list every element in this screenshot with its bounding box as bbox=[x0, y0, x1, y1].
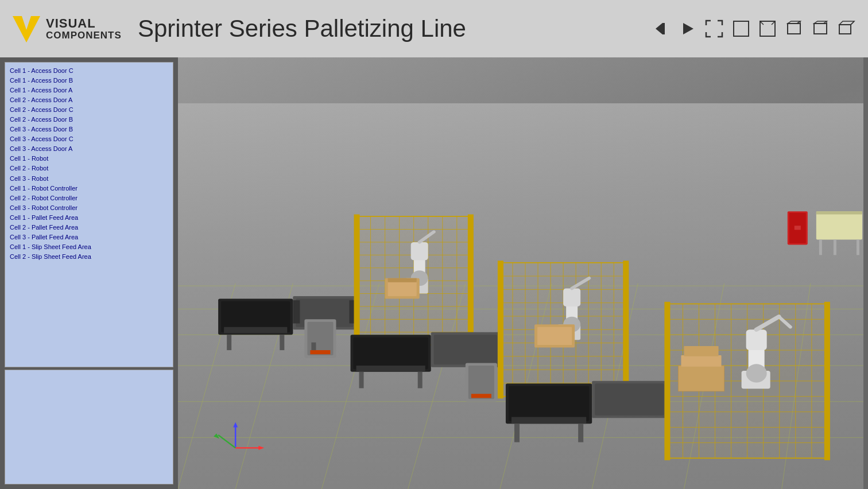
logo-text: VISUAL COMPONENTS bbox=[46, 17, 122, 41]
svg-rect-75 bbox=[418, 372, 423, 389]
svg-rect-102 bbox=[563, 289, 580, 306]
view-left-button[interactable] bbox=[784, 19, 804, 38]
svg-marker-164 bbox=[258, 446, 264, 450]
list-item[interactable]: Cell 1 - Pallet Feed Area bbox=[10, 213, 168, 223]
svg-rect-12 bbox=[814, 24, 827, 34]
svg-point-141 bbox=[746, 364, 767, 382]
svg-rect-38 bbox=[280, 335, 284, 350]
list-item[interactable]: Cell 2 - Pallet Feed Area bbox=[10, 223, 168, 232]
svg-rect-142 bbox=[678, 366, 724, 391]
logo-icon bbox=[11, 14, 41, 44]
view-top-button[interactable] bbox=[758, 19, 777, 38]
svg-rect-152 bbox=[471, 394, 491, 398]
3d-viewport[interactable] bbox=[178, 57, 868, 489]
toolbar-icons bbox=[653, 18, 857, 39]
list-item[interactable]: Cell 3 - Access Door A bbox=[10, 144, 168, 154]
svg-marker-1 bbox=[656, 23, 662, 34]
svg-rect-41 bbox=[293, 300, 300, 323]
svg-rect-160 bbox=[834, 239, 836, 255]
svg-rect-134 bbox=[664, 302, 670, 460]
svg-rect-69 bbox=[388, 281, 417, 296]
fullscreen-button[interactable] bbox=[704, 18, 724, 39]
list-item[interactable]: Cell 3 - Access Door C bbox=[10, 134, 168, 144]
list-item[interactable]: Cell 3 - Robot bbox=[10, 174, 168, 184]
view-front-button[interactable] bbox=[731, 19, 751, 38]
svg-rect-62 bbox=[468, 215, 474, 347]
svg-rect-156 bbox=[816, 211, 862, 239]
svg-rect-144 bbox=[681, 355, 721, 367]
list-item[interactable]: Cell 1 - Access Door C bbox=[10, 66, 168, 76]
svg-rect-65 bbox=[411, 242, 428, 260]
right-border bbox=[863, 57, 868, 489]
svg-line-17 bbox=[851, 21, 854, 25]
list-item[interactable]: Cell 2 - Access Door A bbox=[10, 95, 168, 105]
svg-marker-3 bbox=[683, 23, 693, 34]
list-item[interactable]: Cell 1 - Access Door B bbox=[10, 76, 168, 86]
svg-line-165 bbox=[218, 435, 235, 448]
list-item[interactable]: Cell 1 - Access Door A bbox=[10, 86, 168, 95]
logo-area: VISUAL COMPONENTS bbox=[11, 14, 126, 44]
svg-rect-109 bbox=[512, 417, 586, 424]
svg-rect-157 bbox=[816, 211, 862, 214]
svg-rect-98 bbox=[498, 261, 503, 398]
list-item[interactable]: Cell 1 - Robot Controller bbox=[10, 184, 168, 193]
svg-rect-138 bbox=[746, 329, 767, 350]
header: VISUAL COMPONENTS Sprinter Series Pallet… bbox=[0, 0, 868, 57]
logo-components-text: COMPONENTS bbox=[46, 30, 122, 41]
list-item[interactable]: Cell 3 - Pallet Feed Area bbox=[10, 232, 168, 242]
list-item[interactable]: Cell 2 - Access Door C bbox=[10, 105, 168, 115]
svg-rect-37 bbox=[227, 335, 231, 350]
svg-rect-73 bbox=[356, 366, 425, 372]
play-button[interactable] bbox=[679, 20, 697, 38]
svg-rect-149 bbox=[311, 343, 316, 350]
svg-rect-74 bbox=[359, 372, 364, 389]
list-item[interactable]: Cell 1 - Robot bbox=[10, 154, 168, 164]
svg-rect-99 bbox=[623, 261, 629, 398]
svg-rect-110 bbox=[514, 424, 520, 442]
list-item[interactable]: Cell 3 - Robot Controller bbox=[10, 203, 168, 213]
page-title: Sprinter Series Palletizing Line bbox=[138, 15, 642, 42]
list-item[interactable]: Cell 1 - Slip Sheet Feed Area bbox=[10, 242, 168, 252]
bottom-details-panel bbox=[5, 370, 173, 484]
view-isometric-button[interactable] bbox=[837, 19, 857, 38]
svg-rect-159 bbox=[857, 239, 859, 255]
svg-rect-2 bbox=[662, 23, 665, 34]
svg-rect-113 bbox=[595, 383, 664, 416]
svg-rect-61 bbox=[354, 215, 360, 347]
svg-rect-148 bbox=[310, 350, 330, 354]
svg-rect-72 bbox=[354, 337, 428, 370]
svg-rect-106 bbox=[537, 327, 572, 345]
svg-rect-145 bbox=[684, 346, 718, 356]
svg-rect-36 bbox=[224, 327, 287, 333]
svg-rect-15 bbox=[839, 25, 851, 34]
svg-rect-108 bbox=[509, 386, 589, 421]
list-item[interactable]: Cell 2 - Robot Controller bbox=[10, 193, 168, 203]
left-panel: Cell 1 - Access Door CCell 1 - Access Do… bbox=[0, 57, 178, 489]
svg-rect-70 bbox=[388, 278, 417, 282]
viewport-scene bbox=[178, 57, 868, 489]
main-content: Cell 1 - Access Door CCell 1 - Access Do… bbox=[0, 57, 868, 489]
component-list-panel[interactable]: Cell 1 - Access Door CCell 1 - Access Do… bbox=[5, 62, 173, 367]
rewind-button[interactable] bbox=[653, 20, 672, 38]
list-item[interactable]: Cell 3 - Access Door B bbox=[10, 125, 168, 134]
list-item[interactable]: Cell 2 - Robot bbox=[10, 164, 168, 173]
view-right-button[interactable] bbox=[811, 19, 830, 38]
svg-rect-8 bbox=[788, 24, 800, 34]
svg-rect-77 bbox=[434, 335, 497, 364]
list-item[interactable]: Cell 2 - Access Door B bbox=[10, 115, 168, 125]
svg-rect-135 bbox=[824, 302, 830, 460]
svg-rect-155 bbox=[795, 226, 801, 230]
svg-marker-0 bbox=[13, 16, 40, 42]
svg-rect-158 bbox=[819, 239, 822, 255]
logo-visual-text: VISUAL bbox=[46, 17, 122, 30]
svg-rect-4 bbox=[734, 21, 749, 36]
list-item[interactable]: Cell 2 - Slip Sheet Feed Area bbox=[10, 252, 168, 262]
svg-marker-162 bbox=[233, 422, 238, 428]
svg-rect-111 bbox=[578, 424, 583, 442]
